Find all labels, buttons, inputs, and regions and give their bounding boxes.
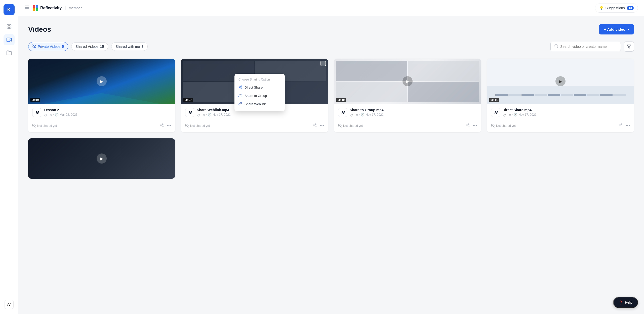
more-options-button[interactable]: ••• xyxy=(626,124,630,128)
svg-point-26 xyxy=(313,125,314,126)
svg-line-21 xyxy=(240,87,241,88)
duration-badge: 00:14 xyxy=(489,98,499,102)
video-actions: Not shared yet ••• xyxy=(32,123,171,128)
video-name: Share to Group.mp4 xyxy=(350,108,477,112)
svg-line-17 xyxy=(161,124,163,125)
brand: Reflectivity | member xyxy=(33,5,82,11)
search-box xyxy=(550,42,621,51)
svg-point-23 xyxy=(239,94,240,95)
video-divider xyxy=(491,120,630,120)
share-icon-button[interactable] xyxy=(466,123,470,128)
share-dropdown-title: Choose Sharing Option xyxy=(234,77,285,83)
brand-name: Reflectivity xyxy=(40,6,62,10)
duration-badge: 00:10 xyxy=(336,98,346,102)
duration-badge: 00:10 xyxy=(30,98,40,102)
svg-point-37 xyxy=(621,124,622,125)
not-shared-label: Not shared yet xyxy=(496,124,516,128)
action-icons: ••• xyxy=(160,123,171,128)
filter-button[interactable] xyxy=(624,42,634,52)
help-icon: ❓ xyxy=(619,300,623,304)
video-thumbnail-directshare[interactable]: ▶ 00:14 xyxy=(487,59,634,104)
share-icon-button[interactable] xyxy=(313,123,317,128)
video-info: 𝗡 Lesson 2 by me • 🕐 Mar 22, 2023 xyxy=(28,104,175,132)
sidebar-item-dashboard[interactable] xyxy=(4,21,15,32)
play-overlay: ▶ xyxy=(487,59,634,104)
suggestions-badge: 13 xyxy=(627,6,634,10)
svg-point-15 xyxy=(162,126,163,127)
select-checkbox[interactable] xyxy=(320,61,326,66)
sidebar-item-videos[interactable] xyxy=(4,34,15,45)
video-divider xyxy=(185,120,324,120)
sidebar: K N xyxy=(0,0,18,314)
svg-line-22 xyxy=(240,86,241,87)
search-input[interactable] xyxy=(560,45,617,49)
svg-point-9 xyxy=(555,45,557,47)
shared-videos-label: Shared Videos xyxy=(75,45,99,49)
svg-point-19 xyxy=(239,87,240,88)
not-shared-status: Not shared yet xyxy=(32,124,57,128)
share-weblink-icon xyxy=(238,102,242,106)
video-byline: by me • 🕐 Nov 17, 2021 xyxy=(350,113,477,116)
share-icon-button[interactable] xyxy=(160,123,164,128)
help-button[interactable]: ❓ Help xyxy=(613,297,638,308)
page-header: Videos + Add video ▾ xyxy=(28,24,634,34)
video-thumbnail-partial[interactable]: ▶ xyxy=(28,138,175,179)
share-dropdown-weblink[interactable]: Share Weblink xyxy=(234,100,285,108)
page-content: Videos + Add video ▾ Private Videos 5 xyxy=(18,16,644,314)
user-avatar[interactable]: K xyxy=(4,4,15,15)
svg-line-29 xyxy=(314,124,315,125)
topnav: Reflectivity | member 💡 Suggestions 13 xyxy=(18,0,644,16)
svg-point-32 xyxy=(466,125,467,126)
video-divider xyxy=(32,120,171,120)
brand-logo-icon xyxy=(33,5,38,11)
not-shared-label: Not shared yet xyxy=(37,124,57,128)
tab-shared-videos[interactable]: Shared Videos 15 xyxy=(71,42,108,51)
play-button[interactable]: ▶ xyxy=(555,76,566,86)
svg-point-39 xyxy=(621,126,622,127)
video-thumbnail-sharegroup[interactable]: ▶ 00:10 xyxy=(334,59,481,104)
video-info: 𝗡 Share to Group.mp4 by me • 🕐 Nov 17, 2… xyxy=(334,104,481,132)
chevron-down-icon: ▾ xyxy=(627,28,629,31)
share-dropdown-direct[interactable]: Direct Share xyxy=(234,83,285,92)
svg-point-18 xyxy=(241,86,242,87)
not-shared-status: Not shared yet xyxy=(185,124,210,128)
tab-shared-with-me[interactable]: Shared with me 8 xyxy=(111,42,148,51)
creator-avatar: 𝗡 xyxy=(185,108,194,117)
svg-point-31 xyxy=(468,124,469,125)
video-byline: by me • 🕐 Nov 17, 2021 xyxy=(197,113,324,116)
action-icons: ••• xyxy=(313,123,324,128)
video-card-sharegroup: ▶ 00:10 𝗡 Share to Group.mp4 by me • 🕐 xyxy=(334,59,481,132)
svg-line-28 xyxy=(314,126,315,126)
share-dropdown: Choose Sharing Option Direct Share Share… xyxy=(234,74,285,111)
shared-videos-count: 15 xyxy=(100,45,104,49)
svg-marker-11 xyxy=(627,45,631,48)
not-shared-label: Not shared yet xyxy=(343,124,363,128)
menu-icon[interactable] xyxy=(24,5,30,11)
share-icon-button[interactable] xyxy=(619,123,623,128)
share-dropdown-group[interactable]: Share to Group xyxy=(234,92,285,100)
video-byline: by me • 🕐 Nov 17, 2021 xyxy=(503,113,630,116)
more-options-button[interactable]: ••• xyxy=(473,124,477,128)
search-wrapper xyxy=(550,42,634,52)
main-content: Reflectivity | member 💡 Suggestions 13 V… xyxy=(18,0,644,314)
sidebar-item-files[interactable] xyxy=(4,47,15,58)
private-videos-label: Private Videos xyxy=(38,45,60,49)
more-options-button[interactable]: ••• xyxy=(320,124,324,128)
add-video-button[interactable]: + Add video ▾ xyxy=(599,24,634,34)
video-card-directshare: ▶ 00:14 𝗡 Direct Share.mp4 by me • 🕐 xyxy=(487,59,634,132)
video-actions: Not shared yet ••• xyxy=(185,123,324,128)
video-thumbnail-lesson2[interactable]: ▶ 00:10 xyxy=(28,59,175,104)
action-icons: ••• xyxy=(619,123,630,128)
play-button[interactable]: ▶ xyxy=(403,76,413,86)
play-overlay: ▶ xyxy=(334,59,481,104)
help-label: Help xyxy=(625,300,632,304)
svg-line-16 xyxy=(161,126,163,126)
suggestions-button[interactable]: 💡 Suggestions 13 xyxy=(595,4,638,13)
brand-role: member xyxy=(69,6,82,10)
video-card-lesson2: ▶ 00:10 𝗡 Lesson 2 by me • 🕐 M xyxy=(28,59,175,132)
svg-point-14 xyxy=(160,125,161,126)
play-button[interactable]: ▶ xyxy=(97,76,107,86)
video-details: Lesson 2 by me • 🕐 Mar 22, 2023 xyxy=(44,108,171,116)
more-options-button[interactable]: ••• xyxy=(167,124,171,128)
tab-private-videos[interactable]: Private Videos 5 xyxy=(28,42,68,51)
